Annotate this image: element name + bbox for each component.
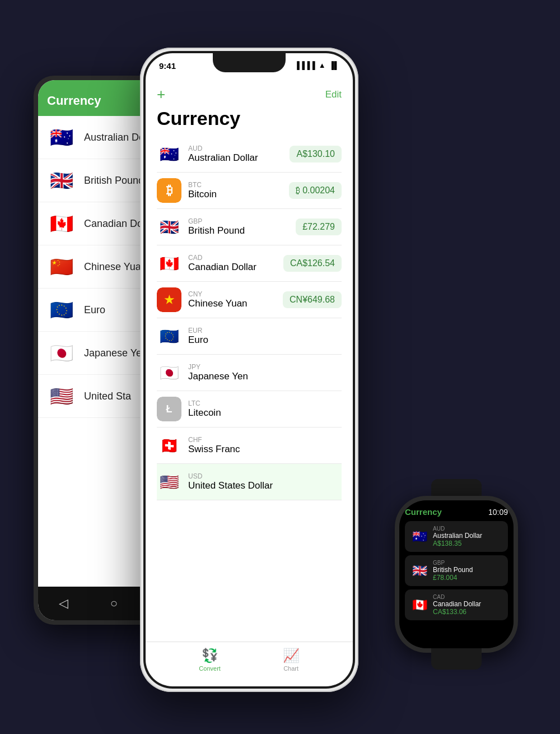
flag-circle: 🇺🇸 <box>47 382 76 411</box>
watch-header: Currency 10:09 <box>405 507 508 517</box>
watch-time: 10:09 <box>488 508 508 517</box>
currency-code: CAD <box>188 254 283 262</box>
currency-icon: ★ <box>157 287 181 312</box>
watch-currency-row[interactable]: 🇨🇦 CAD Canadian Dollar CA$133.06 <box>405 589 508 620</box>
currency-name: Japanese Yen <box>188 371 342 382</box>
status-icons: ▐▐▐▐ ▲ ▐▌ <box>295 61 339 69</box>
currency-row[interactable]: 🇨🇦 CAD Canadian Dollar CA$126.54 <box>157 245 342 282</box>
currency-name: United Sta <box>84 391 131 402</box>
currency-name: Japanese Yen <box>84 347 147 359</box>
currency-value: ₿ 0.00204 <box>289 182 342 199</box>
tab-convert[interactable]: 💱 Convert <box>199 648 221 672</box>
currency-icon: ₿ <box>157 178 181 203</box>
currency-value: CA$126.54 <box>283 255 342 272</box>
currency-icon: 🇪🇺 <box>157 324 181 349</box>
currency-icon: 🇨🇦 <box>157 251 181 276</box>
tab-chart[interactable]: 📈 Chart <box>283 648 300 672</box>
currency-info: GBP British Pound <box>188 217 296 236</box>
watch-code: GBP <box>433 560 473 566</box>
currency-info: CAD Canadian Dollar <box>188 254 283 273</box>
currency-row[interactable]: 🇯🇵 JPY Japanese Yen <box>157 355 342 391</box>
currency-name: Swiss Franc <box>188 444 342 455</box>
watch-flag: 🇬🇧 <box>410 562 428 580</box>
currency-row[interactable]: 🇦🇺 AUD Australian Dollar A$130.10 <box>157 136 342 173</box>
currency-code: BTC <box>188 181 289 189</box>
currency-code: AUD <box>188 145 290 152</box>
currency-info: JPY Japanese Yen <box>188 363 342 382</box>
page-title: Currency <box>157 105 342 136</box>
watch-flag: 🇦🇺 <box>410 528 428 546</box>
flag-circle: 🇨🇦 <box>47 209 76 238</box>
iphone: 9:41 ▐▐▐▐ ▲ ▐▌ + Edit Currency 🇦🇺 AUD <box>140 48 358 692</box>
flag-circle: 🇬🇧 <box>47 166 76 195</box>
currency-icon: 🇨🇭 <box>157 433 181 458</box>
apple-watch: Currency 10:09 🇦🇺 AUD Australian Dollar … <box>392 479 521 670</box>
back-button[interactable]: ◁ <box>59 596 68 611</box>
currency-name: Australian Doll <box>84 132 149 143</box>
currency-name: British Pound <box>188 225 296 236</box>
currency-row[interactable]: ₿ BTC Bitcoin ₿ 0.00204 <box>157 173 342 209</box>
currency-info: CHF Swiss Franc <box>188 436 342 455</box>
currency-info: LTC Litecoin <box>188 399 342 419</box>
currency-name: Australian Dollar <box>188 152 290 164</box>
add-button[interactable]: + <box>157 86 165 103</box>
signal-icon: ▐▐▐▐ <box>295 61 315 69</box>
battery-icon: ▐▌ <box>329 61 339 69</box>
currency-row[interactable]: 🇨🇭 CHF Swiss Franc <box>157 428 342 464</box>
currency-row[interactable]: 🇬🇧 GBP British Pound £72.279 <box>157 209 342 245</box>
watch-name: Australian Dollar <box>433 532 482 540</box>
currency-code: EUR <box>188 327 342 335</box>
currency-icon: 🇬🇧 <box>157 215 181 239</box>
currency-icon: 🇯🇵 <box>157 360 181 385</box>
toolbar: + Edit <box>157 81 342 105</box>
edit-button[interactable]: Edit <box>325 89 342 100</box>
chart-icon: 📈 <box>283 648 300 663</box>
currency-name: Bitcoin <box>188 189 289 200</box>
currency-row[interactable]: 🇺🇸 USD United States Dollar <box>157 464 342 500</box>
currency-code: JPY <box>188 363 342 371</box>
watch-value: CA$133.06 <box>433 608 481 616</box>
convert-icon: 💱 <box>202 648 218 663</box>
flag-circle: 🇨🇳 <box>47 252 76 281</box>
watch-currency-row[interactable]: 🇦🇺 AUD Australian Dollar A$138.35 <box>405 521 508 552</box>
scene: Currency 🇦🇺 Australian Doll 🇬🇧 British P… <box>28 31 532 703</box>
currency-name: Chinese Yuan <box>188 298 283 309</box>
iphone-currency-list: 🇦🇺 AUD Australian Dollar A$130.10 ₿ BTC … <box>157 136 342 642</box>
chart-label: Chart <box>283 665 298 672</box>
flag-circle: 🇪🇺 <box>47 295 76 324</box>
currency-name: Euro <box>84 304 105 316</box>
watch-code: CAD <box>433 594 481 600</box>
currency-value: £72.279 <box>296 219 342 235</box>
currency-code: LTC <box>188 399 342 407</box>
watch-name: Canadian Dollar <box>433 600 481 608</box>
currency-name: Chinese Yuan <box>84 261 147 273</box>
watch-currency-info: CAD Canadian Dollar CA$133.06 <box>433 594 481 616</box>
currency-code: CHF <box>188 436 342 444</box>
status-time: 9:41 <box>159 61 176 71</box>
flag-circle: 🇯🇵 <box>47 338 76 368</box>
wifi-icon: ▲ <box>319 61 326 69</box>
currency-row[interactable]: Ł LTC Litecoin <box>157 391 342 428</box>
android-title: Currency <box>47 94 101 108</box>
watch-body: Currency 10:09 🇦🇺 AUD Australian Dollar … <box>395 496 518 653</box>
watch-currency-info: AUD Australian Dollar A$138.35 <box>433 526 482 547</box>
watch-value: £78.004 <box>433 574 473 582</box>
watch-code: AUD <box>433 526 482 532</box>
watch-currency-row[interactable]: 🇬🇧 GBP British Pound £78.004 <box>405 555 508 586</box>
watch-flag: 🇨🇦 <box>410 596 428 614</box>
convert-label: Convert <box>199 665 221 672</box>
currency-icon: 🇺🇸 <box>157 470 181 494</box>
currency-row[interactable]: 🇪🇺 EUR Euro <box>157 318 342 355</box>
currency-info: EUR Euro <box>188 327 342 346</box>
currency-value: CN¥649.68 <box>283 291 342 308</box>
currency-name: Canadian Dollar <box>188 262 283 273</box>
currency-name: Euro <box>188 335 342 346</box>
currency-code: CNY <box>188 290 283 298</box>
currency-info: CNY Chinese Yuan <box>188 290 283 309</box>
home-button[interactable]: ○ <box>110 596 118 611</box>
iphone-notch <box>213 53 286 72</box>
currency-row[interactable]: ★ CNY Chinese Yuan CN¥649.68 <box>157 282 342 318</box>
tab-bar: 💱 Convert 📈 Chart <box>146 642 353 686</box>
flag-circle: 🇦🇺 <box>47 123 76 152</box>
currency-code: USD <box>188 472 342 480</box>
